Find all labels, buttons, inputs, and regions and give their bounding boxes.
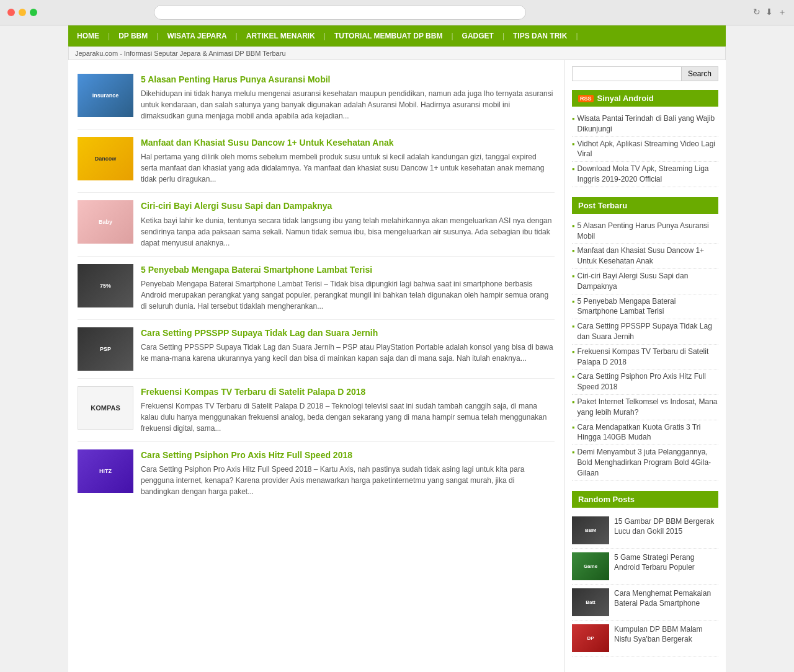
article-excerpt: Hal pertama yang dilirik oleh moms sebel… [141,151,555,185]
nav-home[interactable]: HOME [68,25,108,46]
traffic-lights [7,9,37,16]
thumb-label: DP [587,635,594,641]
list-item: Dancow Manfaat dan Khasiat Susu Dancow 1… [78,130,555,193]
article-title[interactable]: Manfaat dan Khasiat Susu Dancow 1+ Untuk… [141,137,555,148]
breadcrumb: Jeparaku.com - Informasi Seputar Jepara … [68,46,726,60]
post-terbaru-link[interactable]: 5 Alasan Penting Harus Punya Asuransi Mo… [578,221,718,242]
thumb-label: Insurance [91,91,120,100]
post-terbaru-link[interactable]: Cara Setting PPSSPP Supaya Tidak Lag dan… [578,321,718,342]
article-body: 5 Penyebab Mengapa Baterai Smartphone La… [141,264,555,312]
search-input[interactable] [572,66,682,81]
sinyal-android-link[interactable]: Vidhot Apk, Aplikasi Streaming Video Lag… [578,139,718,160]
article-title[interactable]: 5 Alasan Penting Harus Punya Asuransi Mo… [141,74,555,85]
minimize-button[interactable] [19,9,26,16]
post-terbaru-link[interactable]: Manfaat dan Khasiat Susu Dancow 1+ Untuk… [578,245,718,267]
download-icon[interactable]: ⬇ [765,7,773,18]
list-item: BBM 15 Gambar DP BBM Bergerak Lucu dan G… [572,513,718,549]
list-item: Cara Mendapatkan Kuota Gratis 3 Tri Hing… [572,420,718,446]
post-terbaru-link[interactable]: Ciri-ciri Bayi Alergi Susu Sapi dan Damp… [578,271,718,292]
random-post-link[interactable]: Cara Menghemat Pemakaian Baterai Pada Sm… [614,588,718,609]
address-bar[interactable] [154,5,526,20]
sinyal-android-widget: RSS Sinyal Android Wisata Pantai Terinda… [572,90,718,187]
article-title[interactable]: 5 Penyebab Mengapa Baterai Smartphone La… [141,264,555,275]
list-item: Cara Setting PPSSPP Supaya Tidak Lag dan… [572,319,718,345]
nav-artikel-menarik[interactable]: ARTIKEL MENARIK [238,25,324,46]
random-post-thumbnail: Game [572,552,609,580]
search-widget: Search [572,66,718,81]
random-posts-title: Random Posts [572,491,718,508]
nav-tips[interactable]: TIPS DAN TRIK [504,25,576,46]
post-terbaru-link[interactable]: Cara Mendapatkan Kuota Gratis 3 Tri Hing… [578,422,718,443]
thumb-label: HITZ [98,467,113,475]
list-item: Insurance 5 Alasan Penting Harus Punya A… [78,66,555,130]
list-item: Frekuensi Kompas TV Terbaru di Satelit P… [572,345,718,370]
post-terbaru-link[interactable]: 5 Penyebab Mengapa Baterai Smartphone La… [578,296,718,317]
sinyal-android-list: Wisata Pantai Terindah di Bali yang Waji… [572,112,718,187]
random-posts-label: Random Posts [578,495,635,504]
list-item: Cara Setting Psiphon Pro Axis Hitz Full … [572,369,718,395]
rss-icon: RSS [578,95,594,102]
list-item: Vidhot Apk, Aplikasi Streaming Video Lag… [572,137,718,162]
article-body: Cara Setting PPSSPP Supaya Tidak Lag dan… [141,327,555,371]
search-button[interactable]: Search [682,66,718,81]
main-content: Insurance 5 Alasan Penting Harus Punya A… [68,60,564,672]
article-body: Frekuensi Kompas TV Terbaru di Satelit P… [141,386,555,434]
post-terbaru-link[interactable]: Frekuensi Kompas TV Terbaru di Satelit P… [578,347,718,368]
random-post-thumbnail: DP [572,624,609,652]
article-thumbnail: Insurance [78,74,133,117]
article-excerpt: Cara Setting Psiphon Pro Axis Hitz Full … [141,464,555,497]
post-terbaru-title: Post Terbaru [572,197,718,214]
nav-wisata-jepara[interactable]: WISATA JEPARA [158,25,235,46]
article-title[interactable]: Ciri-ciri Bayi Alergi Susu Sapi dan Damp… [141,200,555,211]
list-item: KOMPAS Frekuensi Kompas TV Terbaru di Sa… [78,379,555,442]
sidebar: Search RSS Sinyal Android Wisata Pantai … [564,60,726,672]
article-body: Manfaat dan Khasiat Susu Dancow 1+ Untuk… [141,137,555,185]
article-excerpt: Ketika bayi lahir ke dunia, tentunya sec… [141,215,555,249]
sinyal-android-link[interactable]: Wisata Pantai Terindah di Bali yang Waji… [578,113,718,135]
new-tab-icon[interactable]: ＋ [778,7,787,18]
article-title[interactable]: Cara Setting PPSSPP Supaya Tidak Lag dan… [141,327,555,338]
article-excerpt: Cara Setting PPSSPP Supaya Tidak Lag dan… [141,342,555,364]
post-terbaru-label: Post Terbaru [578,201,627,210]
list-item: 75% 5 Penyebab Mengapa Baterai Smartphon… [78,257,555,320]
list-item: Paket Internet Telkomsel vs Indosat, Man… [572,395,718,420]
article-title[interactable]: Frekuensi Kompas TV Terbaru di Satelit P… [141,386,555,397]
list-item: Game 5 Game Strategi Perang Android Terb… [572,549,718,585]
article-thumbnail: KOMPAS [78,386,133,430]
list-item: Manfaat dan Khasiat Susu Dancow 1+ Untuk… [572,244,718,269]
browser-chrome: ↻ ⬇ ＋ [0,0,794,25]
post-terbaru-link[interactable]: Paket Internet Telkomsel vs Indosat, Man… [578,397,718,418]
article-thumbnail: Baby [78,200,133,244]
article-body: Cara Setting Psiphon Pro Axis Hitz Full … [141,449,555,497]
thumb-label: 75% [99,281,112,290]
maximize-button[interactable] [30,9,37,16]
reload-icon[interactable]: ↻ [753,7,761,18]
list-item: Batt Cara Menghemat Pemakaian Baterai Pa… [572,585,718,621]
thumb-label: PSP [99,345,112,353]
nav-tutorial[interactable]: TUTORIAL MEMBUAT DP BBM [326,25,451,46]
sinyal-android-title: RSS Sinyal Android [572,90,718,107]
article-title[interactable]: Cara Setting Psiphon Pro Axis Hitz Full … [141,449,555,461]
random-post-link[interactable]: 5 Game Strategi Perang Android Terbaru P… [614,552,718,573]
list-item: PSP Cara Setting PPSSPP Supaya Tidak Lag… [78,320,555,379]
post-terbaru-link[interactable]: Cara Setting Psiphon Pro Axis Hitz Full … [578,371,718,392]
nav-sep-7: | [576,32,578,40]
article-body: 5 Alasan Penting Harus Punya Asuransi Mo… [141,74,555,122]
nav-gadget[interactable]: GADGET [453,25,502,46]
post-terbaru-list: 5 Alasan Penting Harus Punya Asuransi Mo… [572,219,718,481]
article-thumbnail: 75% [78,264,133,307]
random-post-link[interactable]: Kumpulan DP BBM Malam Nisfu Sya'ban Berg… [614,624,718,645]
list-item: Download Mola TV Apk, Streaming Liga Ing… [572,162,718,187]
post-terbaru-link[interactable]: Demi Menyambut 3 juta Pelanggannya, Bold… [578,447,718,478]
sinyal-android-label: Sinyal Android [597,94,654,103]
random-posts-widget: Random Posts BBM 15 Gambar DP BBM Berger… [572,491,718,657]
nav-dp-bbm[interactable]: DP BBM [110,25,156,46]
sinyal-android-link[interactable]: Download Mola TV Apk, Streaming Liga Ing… [578,164,718,185]
list-item: 5 Penyebab Mengapa Baterai Smartphone La… [572,294,718,320]
thumb-label: Baby [97,218,114,226]
article-thumbnail: HITZ [78,449,133,493]
article-excerpt: Frekuensi Kompas TV Terbaru di Satelit P… [141,400,555,434]
random-post-link[interactable]: 15 Gambar DP BBM Bergerak Lucu dan Gokil… [614,516,718,537]
close-button[interactable] [7,9,15,16]
thumb-label: Dancow [94,154,118,163]
